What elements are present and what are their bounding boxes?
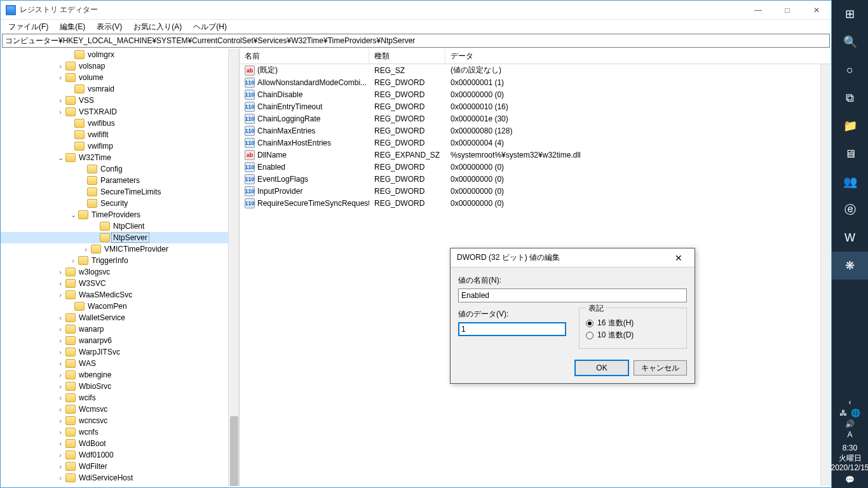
tree-item[interactable]: Config bbox=[1, 163, 228, 175]
tree-item[interactable]: ›w3logsvc bbox=[1, 266, 228, 278]
menu-favorites[interactable]: お気に入り(A) bbox=[128, 20, 187, 34]
ime-icon[interactable]: A bbox=[847, 430, 852, 439]
value-row[interactable]: 110ChainEntryTimeoutREG_DWORD0x00000010 … bbox=[240, 100, 831, 112]
clock[interactable]: 8:30 火曜日 2020/12/15 bbox=[831, 444, 868, 473]
expand-toggle[interactable]: › bbox=[55, 314, 65, 322]
tree-item[interactable]: ›wbengine bbox=[1, 369, 228, 381]
expand-toggle[interactable]: › bbox=[55, 348, 65, 356]
expand-toggle[interactable]: › bbox=[55, 394, 65, 402]
tree-item[interactable]: volmgrx bbox=[1, 49, 228, 60]
address-bar[interactable]: コンピューター¥HKEY_LOCAL_MACHINE¥SYSTEM¥Curren… bbox=[2, 34, 830, 48]
tree-item[interactable]: ›WdiServiceHost bbox=[1, 472, 228, 484]
tree-item[interactable]: ›WarpJITSvc bbox=[1, 346, 228, 358]
tree-item[interactable]: ›WaaSMedicSvc bbox=[1, 289, 228, 301]
server-manager-icon[interactable]: 🖥 bbox=[832, 140, 868, 168]
ok-button[interactable]: OK bbox=[575, 360, 628, 376]
volume-icon[interactable]: 🔊 bbox=[845, 419, 855, 428]
dialog-close-button[interactable]: ✕ bbox=[669, 253, 688, 263]
expand-toggle[interactable]: › bbox=[55, 405, 65, 413]
menu-view[interactable]: 表示(V) bbox=[92, 20, 127, 34]
globe-icon[interactable]: 🌐 bbox=[851, 409, 860, 417]
explorer-icon[interactable]: 📁 bbox=[832, 112, 868, 140]
tree-item[interactable]: WacomPen bbox=[1, 301, 228, 312]
tree-item[interactable]: ›wcifs bbox=[1, 392, 228, 403]
value-row[interactable]: 110RequireSecureTimeSyncRequestsREG_DWOR… bbox=[240, 197, 831, 209]
tree-item[interactable]: ›volsnap bbox=[1, 60, 228, 72]
expand-toggle[interactable]: › bbox=[55, 337, 65, 344]
tree-item[interactable]: ›volume bbox=[1, 72, 228, 83]
expand-toggle[interactable]: › bbox=[55, 325, 65, 333]
tree-item[interactable]: ›wanarpv6 bbox=[1, 335, 228, 346]
tree-scrollbar-thumb[interactable] bbox=[230, 416, 238, 486]
tree-item[interactable]: NtpServer bbox=[1, 232, 228, 243]
cancel-button[interactable]: キャンセル bbox=[634, 360, 687, 376]
tree-item[interactable]: ›WdFilter bbox=[1, 461, 228, 472]
value-row[interactable]: 110EventLogFlagsREG_DWORD0x00000000 (0) bbox=[240, 173, 831, 185]
tree-item[interactable]: ›wcncsvc bbox=[1, 415, 228, 426]
expand-toggle[interactable]: › bbox=[55, 371, 65, 379]
expand-toggle[interactable]: › bbox=[55, 451, 65, 459]
tree-item[interactable]: ›W3SVC bbox=[1, 278, 228, 289]
start-button[interactable]: ⊞ bbox=[832, 0, 868, 28]
tree-item[interactable]: vwifibus bbox=[1, 118, 228, 129]
expand-toggle[interactable]: › bbox=[55, 440, 65, 447]
expand-toggle[interactable]: › bbox=[55, 463, 65, 470]
expand-toggle[interactable]: › bbox=[55, 108, 65, 116]
radix-dec-radio[interactable]: 10 進数(D) bbox=[586, 330, 680, 341]
tree-item[interactable]: ›wanarp bbox=[1, 323, 228, 335]
tree-item[interactable]: ⌄TimeProviders bbox=[1, 209, 228, 220]
list-scrollbar[interactable] bbox=[820, 64, 831, 486]
expand-toggle[interactable]: › bbox=[55, 62, 65, 70]
tree-item[interactable]: ›WdBoot bbox=[1, 438, 228, 449]
app-task-icon[interactable]: ❋ bbox=[832, 252, 868, 280]
action-center-icon[interactable]: 💬 bbox=[845, 475, 855, 484]
menu-help[interactable]: ヘルプ(H) bbox=[188, 20, 232, 34]
expand-toggle[interactable]: › bbox=[55, 383, 65, 390]
tree-item[interactable]: ›wcnfs bbox=[1, 426, 228, 438]
value-row[interactable]: 110ChainMaxHostEntriesREG_DWORD0x0000000… bbox=[240, 137, 831, 149]
expand-toggle[interactable]: ⌄ bbox=[55, 154, 65, 162]
dialog-titlebar[interactable]: DWORD (32 ビット) 値の編集 ✕ bbox=[451, 248, 695, 268]
tree-item[interactable]: ›TriggerInfo bbox=[1, 255, 228, 266]
tree-item[interactable]: Parameters bbox=[1, 175, 228, 186]
search-icon[interactable]: 🔍 bbox=[832, 28, 868, 56]
tree-item[interactable]: Security bbox=[1, 198, 228, 209]
menu-edit[interactable]: 編集(E) bbox=[55, 20, 90, 34]
word-icon[interactable]: W bbox=[832, 224, 868, 252]
tree-item[interactable]: ⌄W32Time bbox=[1, 152, 228, 163]
menu-file[interactable]: ファイル(F) bbox=[3, 20, 53, 34]
value-data-field[interactable] bbox=[458, 322, 566, 336]
value-row[interactable]: 110EnabledREG_DWORD0x00000000 (0) bbox=[240, 161, 831, 173]
value-row[interactable]: 110ChainMaxEntriesREG_DWORD0x00000080 (1… bbox=[240, 125, 831, 137]
titlebar[interactable]: レジストリ エディター — □ ✕ bbox=[1, 1, 831, 20]
ie-icon[interactable]: ⓔ bbox=[832, 196, 868, 224]
expand-toggle[interactable]: › bbox=[55, 268, 65, 276]
expand-toggle[interactable]: › bbox=[55, 428, 65, 436]
value-row[interactable]: 110ChainLoggingRateREG_DWORD0x0000001e (… bbox=[240, 112, 831, 125]
tree-item[interactable]: vwifimp bbox=[1, 140, 228, 152]
tree-item[interactable]: NtpClient bbox=[1, 220, 228, 232]
expand-toggle[interactable]: › bbox=[55, 280, 65, 287]
tree-item[interactable]: ›VSTXRAID bbox=[1, 106, 228, 118]
tree-item[interactable]: ›WbioSrvc bbox=[1, 381, 228, 392]
expand-toggle[interactable]: › bbox=[55, 74, 65, 81]
value-row[interactable]: 110AllowNonstandardModeCombi...REG_DWORD… bbox=[240, 76, 831, 88]
tray-chevron-icon[interactable]: ‹ bbox=[849, 398, 851, 407]
tree-item[interactable]: ›VSS bbox=[1, 95, 228, 106]
tree-item[interactable]: vwififlt bbox=[1, 129, 228, 140]
tree-item[interactable]: ›WAS bbox=[1, 358, 228, 369]
expand-toggle[interactable]: › bbox=[68, 257, 78, 264]
network-icon[interactable]: 🖧 bbox=[839, 409, 847, 417]
col-type[interactable]: 種類 bbox=[369, 49, 445, 64]
value-row[interactable]: 110ChainDisableREG_DWORD0x00000000 (0) bbox=[240, 88, 831, 100]
tree-item[interactable]: ›VMICTimeProvider bbox=[1, 243, 228, 255]
col-name[interactable]: 名前 bbox=[240, 49, 369, 64]
expand-toggle[interactable]: ⌄ bbox=[68, 211, 78, 219]
radix-hex-radio[interactable]: 16 進数(H) bbox=[586, 318, 680, 329]
tree-item[interactable]: ›Wcmsvc bbox=[1, 403, 228, 415]
value-row[interactable]: abDllNameREG_EXPAND_SZ%systemroot%¥syste… bbox=[240, 149, 831, 161]
cortana-icon[interactable]: ○ bbox=[832, 56, 868, 84]
expand-toggle[interactable]: › bbox=[55, 291, 65, 299]
expand-toggle[interactable]: › bbox=[81, 245, 91, 253]
expand-toggle[interactable]: › bbox=[55, 360, 65, 367]
